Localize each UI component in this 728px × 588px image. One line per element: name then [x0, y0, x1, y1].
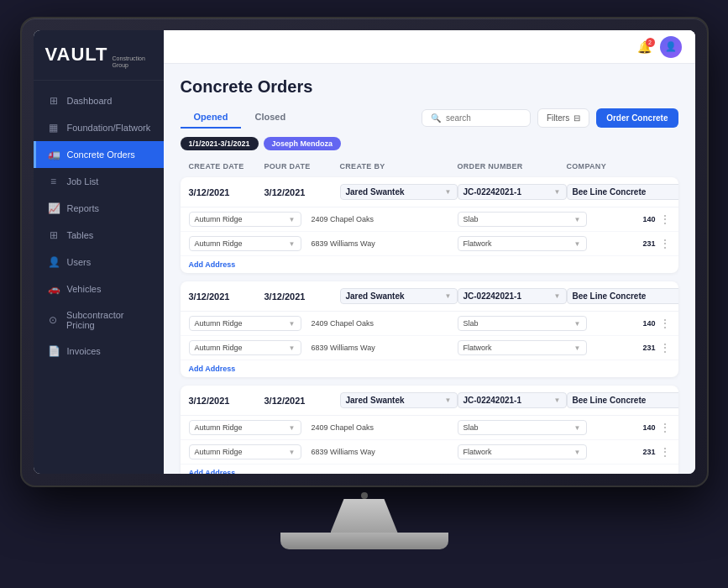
- filter-chips: 1/1/2021-3/1/2021 Joseph Mendoza: [181, 137, 678, 150]
- order-header-0: 3/12/2021 3/12/2021 Jared Swantek ▼ JC-0…: [181, 177, 678, 207]
- filters-button[interactable]: Filters ⊟: [537, 108, 589, 128]
- search-icon: 🔍: [431, 113, 441, 123]
- order-creator-select-2[interactable]: Jared Swantek ▼: [340, 392, 458, 408]
- chip-user[interactable]: Joseph Mendoza: [264, 137, 342, 150]
- chip-date-range[interactable]: 1/1/2021-3/1/2021: [181, 137, 259, 150]
- line-yards-1-0: 140: [592, 319, 659, 328]
- sidebar-item-reports[interactable]: 📈 Reports: [34, 195, 164, 222]
- line-more-1-1[interactable]: ⋮: [659, 341, 676, 354]
- sidebar-item-foundation[interactable]: ▦ Foundation/Flatwork: [34, 114, 164, 141]
- add-address-0[interactable]: Add Address: [181, 256, 678, 273]
- line-address-select-1-0[interactable]: Autumn Ridge ▼: [189, 316, 301, 331]
- toolbar-right: 🔍 Filters ⊟ Order Concrete: [422, 108, 678, 128]
- add-address-1[interactable]: Add Address: [181, 360, 678, 377]
- addr-chevron-1-0: ▼: [289, 320, 296, 328]
- order-pour-date-0: 3/12/2021: [264, 187, 340, 197]
- line-address-val-1-1: Autumn Ridge: [195, 344, 243, 352]
- monitor-screen: VAULT Construction Group ⊞ Dashboard ▦ F…: [34, 30, 695, 474]
- order-number-select-1[interactable]: JC-02242021-1 ▼: [458, 288, 567, 304]
- line-address-val-1-0: Autumn Ridge: [195, 319, 243, 328]
- creator-chevron-0: ▼: [445, 188, 452, 196]
- order-number-1: JC-02242021-1: [464, 291, 522, 301]
- order-number-select-2[interactable]: JC-02242021-1 ▼: [458, 392, 567, 408]
- line-type-select-0-1[interactable]: Flatwork ▼: [458, 236, 587, 251]
- line-address-select-2-1[interactable]: Autumn Ridge ▼: [189, 444, 301, 459]
- order-number-select-0[interactable]: JC-02242021-1 ▼: [458, 184, 567, 200]
- line-address-text-1-0: 2409 Chapel Oaks: [306, 319, 458, 328]
- type-chevron-2-1: ▼: [574, 449, 581, 456]
- sidebar-item-users[interactable]: 👤 Users: [34, 249, 164, 276]
- type-chevron-1-1: ▼: [574, 344, 581, 352]
- line-more-2-1[interactable]: ⋮: [659, 445, 676, 459]
- sidebar-item-dashboard[interactable]: ⊞ Dashboard: [34, 87, 164, 114]
- order-create-date-0: 3/12/2021: [189, 187, 264, 197]
- sidebar-item-tables[interactable]: ⊞ Tables: [34, 222, 164, 249]
- line-more-1-0[interactable]: ⋮: [659, 317, 676, 330]
- sidebar-item-concrete-orders[interactable]: 🚛 Concrete Orders: [34, 141, 164, 168]
- line-address-text-1-1: 6839 Williams Way: [306, 344, 458, 352]
- sidebar-label-subcontractor: Subcontractor Pricing: [66, 310, 151, 330]
- add-address-2[interactable]: Add Address: [181, 465, 678, 474]
- sidebar-label-users: Users: [67, 257, 92, 267]
- addr-chevron-2-1: ▼: [289, 449, 296, 456]
- line-more-0-0[interactable]: ⋮: [659, 213, 676, 226]
- order-creator-select-1[interactable]: Jared Swantek ▼: [340, 288, 458, 304]
- tabs: Opened Closed: [181, 107, 300, 129]
- sidebar-item-vehicles[interactable]: 🚗 Vehicles: [34, 276, 164, 302]
- line-type-2-1: Flatwork: [464, 448, 492, 456]
- line-address-select-0-0[interactable]: Autumn Ridge ▼: [189, 212, 301, 227]
- sidebar-label-foundation: Foundation/Flatwork: [67, 123, 151, 133]
- order-creator-select-0[interactable]: Jared Swantek ▼: [340, 184, 458, 200]
- line-address-text-2-0: 2409 Chapel Oaks: [306, 423, 458, 432]
- filter-label: Filters: [547, 113, 569, 123]
- line-type-select-1-0[interactable]: Slab ▼: [458, 316, 587, 331]
- reports-icon: 📈: [48, 202, 60, 214]
- type-chevron-2-0: ▼: [574, 424, 581, 432]
- ordernum-chevron-0: ▼: [554, 188, 561, 196]
- sidebar-item-invoices[interactable]: 📄 Invoices: [34, 338, 164, 365]
- line-type-select-0-0[interactable]: Slab ▼: [458, 212, 587, 227]
- tab-closed[interactable]: Closed: [241, 107, 299, 129]
- order-create-date-2: 3/12/2021: [189, 396, 264, 406]
- order-card-0: 3/12/2021 3/12/2021 Jared Swantek ▼ JC-0…: [181, 177, 678, 273]
- line-more-0-1[interactable]: ⋮: [659, 237, 676, 250]
- sidebar-label-dashboard: Dashboard: [67, 96, 113, 106]
- line-more-2-0[interactable]: ⋮: [659, 421, 676, 434]
- subcontractor-icon: ⊙: [48, 314, 60, 326]
- avatar[interactable]: 👤: [660, 36, 682, 58]
- line-type-0-1: Flatwork: [464, 239, 492, 248]
- order-card-1: 3/12/2021 3/12/2021 Jared Swantek ▼ JC-0…: [181, 281, 678, 377]
- order-number-0: JC-02242021-1: [464, 187, 522, 197]
- monitor-base: [280, 533, 448, 549]
- line-type-select-2-0[interactable]: Slab ▼: [458, 420, 587, 435]
- monitor-dot: [361, 492, 368, 499]
- concrete-icon: 🚛: [48, 149, 60, 160]
- line-item-2-1: Autumn Ridge ▼ 6839 Williams Way Flatwor…: [181, 440, 678, 465]
- order-company-select-0[interactable]: Bee Line Concrete ▼: [567, 184, 678, 200]
- search-input[interactable]: [446, 113, 521, 123]
- line-type-select-2-1[interactable]: Flatwork ▼: [458, 444, 587, 459]
- order-concrete-button[interactable]: Order Concrete: [596, 108, 678, 128]
- monitor-wrapper: VAULT Construction Group ⊞ Dashboard ▦ F…: [20, 17, 709, 571]
- notification-bell[interactable]: 🔔 2: [637, 40, 652, 54]
- top-bar: 🔔 2 👤: [164, 30, 695, 64]
- line-address-select-1-1[interactable]: Autumn Ridge ▼: [189, 340, 301, 355]
- tables-icon: ⊞: [48, 229, 60, 241]
- search-box[interactable]: 🔍: [422, 109, 531, 127]
- joblist-icon: ≡: [48, 176, 60, 187]
- sidebar-item-job-list[interactable]: ≡ Job List: [34, 168, 164, 195]
- line-item-2-0: Autumn Ridge ▼ 2409 Chapel Oaks Slab ▼ 1…: [181, 416, 678, 440]
- sidebar-label-concrete: Concrete Orders: [67, 150, 135, 160]
- line-item-1-0: Autumn Ridge ▼ 2409 Chapel Oaks Slab ▼ 1…: [181, 312, 678, 336]
- tab-opened[interactable]: Opened: [181, 107, 242, 129]
- order-company-select-2[interactable]: Bee Line Concrete ▼: [567, 392, 678, 408]
- line-type-select-1-1[interactable]: Flatwork ▼: [458, 340, 587, 355]
- order-company-select-1[interactable]: Bee Line Concrete ▼: [567, 288, 678, 304]
- invoices-icon: 📄: [48, 345, 60, 357]
- line-address-select-0-1[interactable]: Autumn Ridge ▼: [189, 236, 301, 251]
- sidebar-item-subcontractor[interactable]: ⊙ Subcontractor Pricing: [34, 302, 164, 338]
- line-address-select-2-0[interactable]: Autumn Ridge ▼: [189, 420, 301, 435]
- toolbar: Opened Closed 🔍 Fi: [181, 107, 678, 129]
- sidebar-nav: ⊞ Dashboard ▦ Foundation/Flatwork 🚛 Conc…: [34, 81, 164, 474]
- creator-chevron-2: ▼: [445, 396, 452, 404]
